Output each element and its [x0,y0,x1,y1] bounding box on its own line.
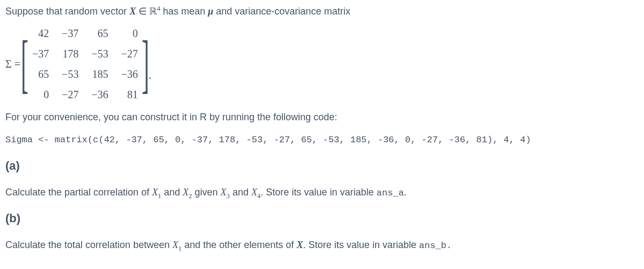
intro-paragraph: Suppose that random vector X ∈ ℝ4 has me… [5,4,639,19]
matrix-cell: 81 [115,84,144,105]
ans-b-var: ans_b [419,241,447,251]
part-b-text1: Calculate the total correlation between [5,239,172,250]
part-b-text3: . Store its value in variable [303,239,419,250]
r-code-block: Sigma <- matrix(c(42, -37, 65, 0, -37, 1… [5,132,639,147]
matrix-cell: −36 [115,64,144,84]
symbol-X1: X [152,187,158,198]
symbol-X2: X [183,187,189,198]
part-b-paragraph: Calculate the total correlation between … [5,238,639,253]
symbol-b-X1: X [172,239,178,250]
matrix-cell: −37 [26,43,55,64]
text-and-1: and [161,187,182,198]
matrix-cell: 65 [85,23,114,43]
part-a-text2: . Store its value in variable [260,187,376,198]
matrix-row: 0 −27 −36 81 [26,84,144,105]
symbol-R: ℝ [149,6,157,17]
matrix-equation: Σ = [ 42 −37 65 0 −37 178 −53 −27 65 −53… [5,23,639,105]
symbol-in: ∈ [136,6,149,17]
intro-part2: has mean [160,6,208,17]
covariance-matrix: 42 −37 65 0 −37 178 −53 −27 65 −53 185 −… [26,23,144,105]
r-code: Sigma <- matrix(c(42, -37, 65, 0, -37, 1… [5,135,531,145]
matrix-row: 65 −53 185 −36 [26,64,144,84]
matrix-row: −37 178 −53 −27 [26,43,144,64]
matrix-cell: −36 [85,84,114,105]
matrix-cell: 0 [26,84,55,105]
left-bracket-icon: [ [21,38,28,90]
matrix-cell: 65 [26,64,55,84]
text-and-2: and [230,187,251,198]
symbol-X4: X [251,187,257,198]
matrix-cell: −53 [85,43,114,64]
part-a-label: (a) [5,157,639,175]
matrix-cell: −37 [55,23,85,43]
ans-a-var: ans_a [377,188,404,198]
matrix-cell: 185 [85,64,114,84]
part-b-dot: . [447,241,452,251]
symbol-X: X [129,6,136,17]
part-b-text2: and the other elements of [181,239,296,250]
matrix-cell: 178 [55,43,85,64]
part-a-text1: Calculate the partial correlation of [5,187,152,198]
sigma-equals: Σ = [5,56,20,72]
matrix-cell: 0 [115,23,144,43]
matrix-row: 42 −37 65 0 [26,23,144,43]
intro-part3: and variance-covariance matrix [214,6,350,17]
matrix-cell: −27 [55,84,85,105]
text-given: given [192,187,221,198]
matrix-cell: −27 [115,43,144,64]
part-a-paragraph: Calculate the partial correlation of X1 … [5,185,639,200]
intro-part1: Suppose that random vector [5,6,129,17]
part-b-label: (b) [5,209,639,227]
symbol-mu: μ [208,6,214,17]
part-a-dot: . [404,187,407,198]
symbol-b-Xvec: X [297,239,303,250]
symbol-X3: X [221,187,226,198]
matrix-cell: −53 [55,64,85,84]
right-bracket-icon: ] [142,38,149,90]
convenience-text: For your convenience, you can construct … [5,110,639,125]
matrix-cell: 42 [26,23,55,43]
